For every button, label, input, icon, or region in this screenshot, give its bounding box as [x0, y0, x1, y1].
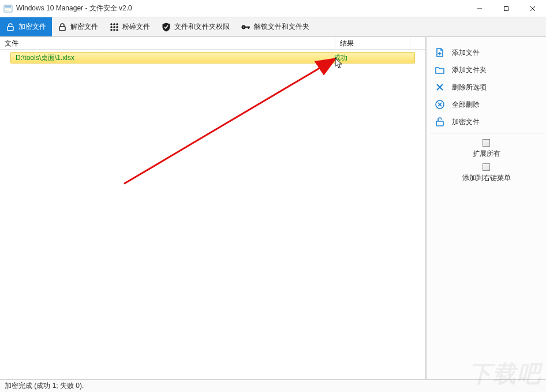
svg-rect-1 — [5, 6, 11, 8]
window-controls — [466, 0, 546, 17]
status-text: 加密完成 (成功 1; 失败 0). — [5, 381, 84, 391]
cell-file: D:\tools\桌面\1.xlsx — [11, 53, 329, 63]
svg-point-15 — [117, 26, 118, 28]
side-item-label: 删除所选项 — [452, 83, 487, 92]
lock-icon — [58, 23, 67, 32]
svg-rect-8 — [8, 27, 13, 31]
side-item-label: 添加文件夹 — [452, 65, 487, 75]
statusbar: 加密完成 (成功 1; 失败 0). — [0, 379, 546, 392]
checkbox-icon[interactable] — [483, 163, 490, 171]
svg-point-20 — [243, 26, 244, 27]
tab-unlock[interactable]: 解锁文件和文件夹 — [235, 17, 315, 36]
column-result[interactable]: 结果 — [335, 37, 410, 49]
tab-label: 文件和文件夹权限 — [174, 22, 230, 32]
x-icon — [435, 82, 445, 92]
check-label: 添加到右键菜单 — [462, 173, 511, 183]
svg-rect-31 — [436, 121, 443, 126]
toolbar: 加密文件 解密文件 粉碎文件 文件和文件夹权限 解锁文件和文件夹 — [0, 17, 546, 37]
svg-point-13 — [111, 26, 113, 28]
side-panel: 添加文件 添加文件夹 删除所选项 全部删除 加密文件 — [426, 37, 546, 379]
side-remove-selected[interactable]: 删除所选项 — [427, 79, 546, 96]
svg-rect-3 — [5, 10, 9, 10]
list-header: 文件 结果 — [0, 37, 425, 50]
tab-label: 解锁文件和文件夹 — [254, 22, 309, 32]
minimize-button[interactable] — [466, 0, 493, 17]
tab-label: 解密文件 — [70, 22, 98, 32]
annotation-arrow — [0, 50, 425, 379]
lock-open-icon — [435, 117, 445, 127]
lock-open-icon — [6, 23, 15, 32]
tab-label: 粉碎文件 — [122, 22, 150, 32]
svg-point-12 — [117, 23, 118, 25]
key-icon — [241, 23, 250, 32]
close-button[interactable] — [519, 0, 546, 17]
side-add-folder[interactable]: 添加文件夹 — [427, 61, 546, 79]
table-row[interactable]: D:\tools\桌面\1.xlsx 成功 — [10, 52, 415, 64]
tab-label: 加密文件 — [18, 22, 46, 32]
grid-icon — [110, 23, 119, 32]
shield-check-icon — [162, 23, 171, 32]
svg-rect-22 — [248, 27, 249, 28]
side-item-label: 全部删除 — [452, 100, 480, 110]
svg-point-18 — [117, 29, 118, 31]
list-body[interactable]: D:\tools\桌面\1.xlsx 成功 — [0, 50, 425, 379]
check-expand-all[interactable]: 扩展所有 — [427, 137, 546, 161]
check-label: 扩展所有 — [473, 149, 500, 159]
svg-point-17 — [114, 29, 115, 31]
x-circle-icon — [435, 99, 445, 110]
svg-rect-5 — [504, 6, 508, 10]
cell-result: 成功 — [329, 53, 414, 63]
svg-point-10 — [111, 23, 113, 25]
tab-encrypt[interactable]: 加密文件 — [0, 17, 52, 36]
maximize-button[interactable] — [493, 0, 519, 17]
side-add-file[interactable]: 添加文件 — [427, 44, 546, 61]
check-context-menu[interactable]: 添加到右键菜单 — [427, 161, 546, 185]
svg-point-14 — [114, 26, 115, 28]
side-item-label: 添加文件 — [452, 48, 480, 58]
svg-point-11 — [114, 23, 115, 25]
checkbox-icon[interactable] — [483, 139, 490, 147]
svg-rect-9 — [59, 27, 65, 31]
column-end — [410, 37, 425, 49]
divider — [430, 133, 543, 133]
tab-permissions[interactable]: 文件和文件夹权限 — [156, 17, 235, 36]
main-area: 文件 结果 D:\tools\桌面\1.xlsx 成功 — [0, 37, 546, 379]
svg-line-23 — [124, 58, 335, 184]
svg-rect-2 — [5, 9, 11, 9]
window-title: Windows 10 Manager - 文件安全 v2.0 — [16, 3, 466, 13]
side-remove-all[interactable]: 全部删除 — [427, 96, 546, 113]
svg-point-16 — [111, 29, 113, 31]
folder-icon — [435, 65, 445, 75]
file-list-panel: 文件 结果 D:\tools\桌面\1.xlsx 成功 — [0, 37, 426, 379]
side-item-label: 加密文件 — [452, 117, 480, 127]
column-file[interactable]: 文件 — [0, 37, 335, 49]
tab-shred[interactable]: 粉碎文件 — [104, 17, 156, 36]
titlebar: Windows 10 Manager - 文件安全 v2.0 — [0, 0, 546, 17]
side-encrypt[interactable]: 加密文件 — [427, 113, 546, 130]
file-plus-icon — [435, 47, 445, 58]
app-icon — [3, 4, 13, 13]
tab-decrypt[interactable]: 解密文件 — [52, 17, 104, 36]
